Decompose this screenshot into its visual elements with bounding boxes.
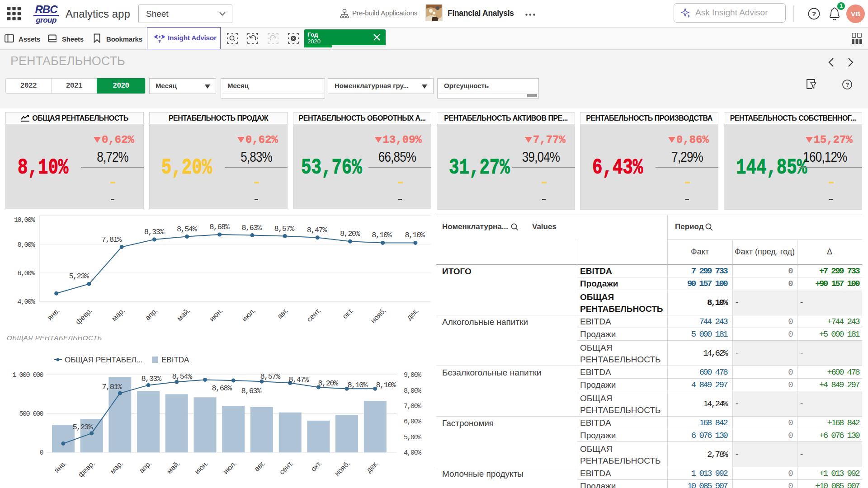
svg-text:8,10%: 8,10%: [376, 381, 396, 389]
svg-text:6,00%: 6,00%: [17, 270, 35, 277]
svg-text:ОБЩАЯ РЕНТАБЕЛ...: ОБЩАЯ РЕНТАБЕЛ...: [65, 356, 143, 364]
svg-text:5,23%: 5,23%: [72, 423, 93, 432]
svg-text:EBITDA: EBITDA: [161, 356, 189, 364]
svg-text:10,00%: 10,00%: [14, 216, 36, 224]
svg-text:5,23%: 5,23%: [69, 272, 89, 281]
svg-text:6,00%: 6,00%: [404, 418, 422, 426]
svg-text:8,68%: 8,68%: [212, 384, 232, 393]
svg-text:7,81%: 7,81%: [102, 235, 122, 244]
svg-text:8,47%: 8,47%: [307, 226, 327, 235]
svg-text:8,00%: 8,00%: [404, 387, 422, 395]
svg-text:8,33%: 8,33%: [144, 228, 165, 236]
svg-text:8,57%: 8,57%: [260, 372, 280, 381]
svg-text:8,10%: 8,10%: [405, 231, 425, 239]
svg-text:ОБЩАЯ РЕНТАБЕЛЬНОСТЬ: ОБЩАЯ РЕНТАБЕЛЬНОСТЬ: [7, 334, 102, 342]
svg-text:8,54%: 8,54%: [172, 372, 192, 381]
svg-text:7,81%: 7,81%: [102, 383, 122, 391]
svg-text:8,10%: 8,10%: [372, 231, 392, 239]
svg-text:8,20%: 8,20%: [318, 379, 338, 388]
svg-text:5,00%: 5,00%: [404, 434, 422, 441]
svg-text:4,00%: 4,00%: [404, 449, 422, 457]
svg-text:8,57%: 8,57%: [274, 225, 295, 233]
svg-text:1 000 000: 1 000 000: [12, 371, 43, 379]
svg-text:9,00%: 9,00%: [404, 371, 422, 379]
svg-text:8,63%: 8,63%: [241, 387, 261, 395]
svg-text:?: ?: [812, 10, 816, 18]
svg-text:8,20%: 8,20%: [340, 230, 360, 238]
svg-text:4,00%: 4,00%: [17, 298, 35, 306]
svg-text:7,00%: 7,00%: [404, 403, 422, 410]
svg-text:?: ?: [845, 81, 849, 88]
svg-text:8,54%: 8,54%: [177, 225, 197, 234]
svg-text:8,47%: 8,47%: [288, 375, 309, 384]
svg-text:8,10%: 8,10%: [347, 381, 368, 389]
svg-text:8,00%: 8,00%: [17, 241, 35, 249]
svg-text:8,68%: 8,68%: [209, 223, 230, 231]
svg-text:8,63%: 8,63%: [241, 224, 262, 232]
svg-text:500 000: 500 000: [19, 410, 43, 418]
svg-text:8,33%: 8,33%: [141, 375, 161, 383]
